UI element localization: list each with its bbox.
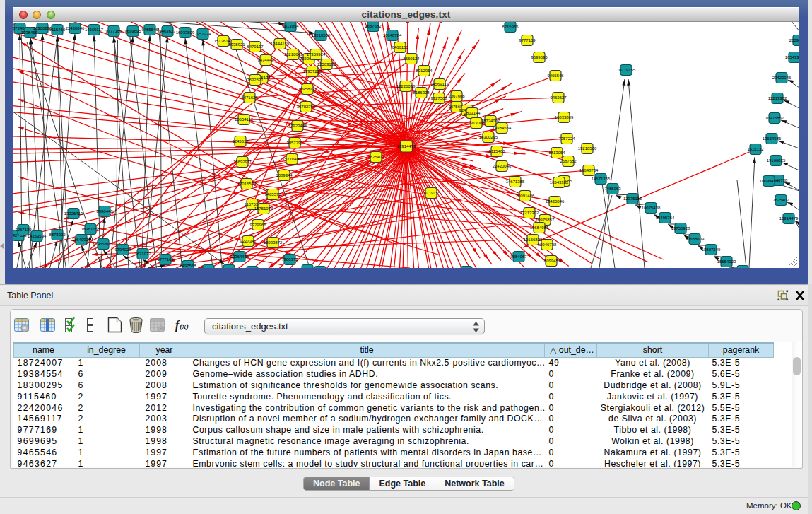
svg-text:9227342: 9227342 — [240, 239, 257, 243]
svg-text:19756928: 19756928 — [671, 226, 690, 230]
svg-text:16914479: 16914479 — [779, 216, 799, 221]
svg-text:12503135: 12503135 — [317, 62, 336, 66]
svg-text:9084067: 9084067 — [510, 255, 527, 259]
svg-text:15716485: 15716485 — [283, 157, 302, 161]
svg-text:16543382: 16543382 — [550, 180, 569, 185]
svg-text:16648784: 16648784 — [383, 33, 402, 37]
svg-text:10719155: 10719155 — [422, 191, 441, 195]
svg-text:9329966: 9329966 — [249, 223, 266, 227]
svg-text:10046738: 10046738 — [538, 243, 557, 247]
svg-text:20091406: 20091406 — [789, 38, 799, 42]
svg-text:18300295: 18300295 — [479, 135, 498, 139]
svg-text:3267130: 3267130 — [15, 228, 32, 232]
svg-text:16914479: 16914479 — [397, 144, 416, 148]
svg-text:8660124: 8660124 — [403, 57, 420, 61]
svg-text:10654112: 10654112 — [235, 117, 254, 122]
svg-text:9465546: 9465546 — [547, 74, 564, 78]
svg-text:7986372: 7986372 — [281, 257, 298, 262]
svg-text:10975857: 10975857 — [765, 116, 784, 120]
svg-text:9474444: 9474444 — [257, 58, 274, 62]
svg-text:(x): (x) — [180, 322, 189, 331]
svg-text:8878332: 8878332 — [49, 233, 66, 237]
svg-text:18226058: 18226058 — [396, 84, 416, 88]
svg-text:19384554: 19384554 — [493, 126, 512, 130]
svg-text:9777169: 9777169 — [157, 257, 174, 262]
svg-text:1615132: 1615132 — [747, 147, 764, 151]
svg-text:8938921: 8938921 — [228, 42, 245, 47]
svg-text:23420046: 23420046 — [772, 76, 792, 80]
svg-text:7357224: 7357224 — [194, 32, 211, 36]
svg-text:16099459: 16099459 — [760, 179, 779, 183]
svg-text:7625402: 7625402 — [772, 198, 789, 202]
svg-text:22420046: 22420046 — [66, 26, 85, 30]
svg-text:9699695: 9699695 — [124, 29, 141, 33]
svg-text:23420046: 23420046 — [546, 199, 565, 204]
svg-text:20364436: 20364436 — [230, 255, 249, 259]
svg-text:15751074: 15751074 — [254, 206, 273, 211]
svg-text:1621072: 1621072 — [134, 252, 151, 256]
svg-text:9405572: 9405572 — [264, 192, 281, 197]
svg-text:9465546: 9465546 — [141, 28, 158, 32]
svg-text:9463627: 9463627 — [159, 29, 176, 33]
svg-text:9777169: 9777169 — [105, 29, 122, 33]
svg-text:9699695: 9699695 — [531, 55, 548, 59]
svg-text:14353594: 14353594 — [28, 234, 47, 238]
svg-text:19218506: 19218506 — [312, 33, 331, 37]
svg-text:9463627: 9463627 — [550, 95, 567, 100]
svg-text:16782759: 16782759 — [297, 105, 316, 109]
svg-text:19218506: 19218506 — [578, 146, 597, 151]
svg-text:15692911: 15692911 — [233, 160, 252, 164]
svg-text:15654923: 15654923 — [717, 259, 736, 264]
svg-text:10719155: 10719155 — [617, 68, 636, 72]
svg-text:9115460: 9115460 — [489, 149, 505, 153]
svg-text:2687682: 2687682 — [560, 159, 577, 163]
svg-text:7485063: 7485063 — [604, 187, 621, 191]
svg-text:6479197: 6479197 — [247, 45, 264, 49]
svg-text:14671355: 14671355 — [506, 180, 525, 184]
svg-text:10958127: 10958127 — [298, 87, 317, 91]
svg-text:14671355: 14671355 — [592, 177, 611, 181]
svg-text:7357224: 7357224 — [558, 136, 575, 141]
svg-text:16648784: 16648784 — [579, 168, 599, 173]
svg-text:19166825: 19166825 — [767, 158, 786, 163]
svg-text:8471626: 8471626 — [241, 95, 258, 100]
svg-text:12213302: 12213302 — [768, 96, 787, 100]
svg-text:6466160: 6466160 — [392, 45, 408, 49]
svg-text:19654985: 19654985 — [763, 136, 782, 141]
svg-text:9245612: 9245612 — [232, 139, 249, 144]
svg-text:2687682: 2687682 — [365, 24, 382, 28]
svg-text:6497568: 6497568 — [180, 264, 196, 268]
svg-text:19654985: 19654985 — [530, 226, 549, 230]
svg-text:2803144: 2803144 — [464, 111, 481, 115]
svg-text:8813054: 8813054 — [548, 151, 565, 155]
svg-text:16543382: 16543382 — [785, 55, 799, 59]
svg-text:17359924: 17359924 — [307, 52, 326, 57]
svg-text:15495764: 15495764 — [656, 216, 675, 220]
svg-text:9327508: 9327508 — [430, 96, 447, 100]
svg-text:8912954: 8912954 — [416, 69, 433, 73]
svg-text:8215955: 8215955 — [502, 25, 519, 29]
svg-text:20091406: 20091406 — [516, 194, 535, 198]
svg-text:9777169: 9777169 — [519, 38, 536, 42]
svg-text:10025438: 10025438 — [642, 206, 661, 210]
svg-text:12975115: 12975115 — [623, 197, 642, 201]
svg-text:19166825: 19166825 — [524, 238, 543, 242]
svg-text:9115460: 9115460 — [49, 28, 66, 32]
svg-text:2367608: 2367608 — [448, 94, 465, 98]
svg-text:13325419: 13325419 — [64, 211, 83, 216]
svg-text:8990448: 8990448 — [96, 209, 113, 214]
svg-text:18640910: 18640910 — [72, 238, 91, 242]
svg-text:9857791: 9857791 — [286, 141, 303, 145]
svg-text:8186328: 8186328 — [413, 90, 430, 95]
svg-text:17016504: 17016504 — [237, 182, 257, 186]
svg-text:17957225: 17957225 — [303, 69, 322, 74]
svg-text:8813054: 8813054 — [282, 24, 299, 28]
svg-text:12093872: 12093872 — [264, 240, 283, 245]
svg-text:16033809: 16033809 — [555, 115, 574, 119]
svg-text:16210643: 16210643 — [284, 52, 303, 57]
svg-text:16961758: 16961758 — [81, 227, 100, 231]
svg-text:18807249: 18807249 — [702, 247, 721, 252]
svg-text:7625402: 7625402 — [367, 155, 384, 159]
svg-text:12444159: 12444159 — [271, 42, 290, 46]
svg-text:12923446: 12923446 — [288, 124, 307, 128]
